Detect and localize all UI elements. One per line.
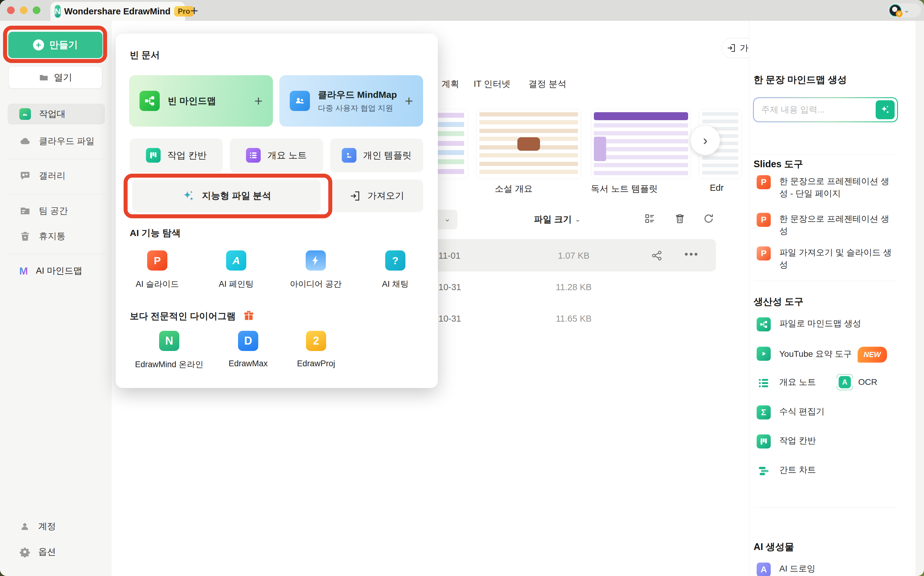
ai-feature-ai-chat[interactable]: ? AI 채팅 [366,250,424,290]
open-button[interactable]: 열기 [8,66,103,89]
sidebar-item-ai-mindmap[interactable]: M AI 마인드맵 [8,261,105,281]
template-card[interactable] [476,109,581,179]
blank-mindmap-icon [140,91,160,111]
personal-template-label: 개인 템플릿 [363,149,412,162]
chevron-down-icon: ⌄ [575,216,581,224]
presentation-generate-icon: P [757,213,771,227]
ai-feature-ai-painting[interactable]: A AI 페인팅 [207,250,265,290]
divider [754,507,897,508]
cloud-mindmap-title: 클라우드 MindMap [318,90,397,100]
chevron-down-icon: ⌄ [444,214,451,224]
open-button-label: 열기 [54,71,72,84]
app-title: Wondershare EdrawMind [64,6,171,16]
sidebar-item-workbench[interactable]: 작업대 [8,104,105,125]
personal-template-card[interactable]: 개인 템플릿 [330,139,423,172]
slides-tool-item[interactable]: P 한 문장으로 프레젠테이션 생성 - 단일 페이지 [757,175,895,200]
refresh-icon[interactable] [703,213,714,224]
topic-input-wrapper [753,97,898,122]
list-view-icon[interactable] [644,213,656,224]
plus-icon: + [254,93,263,109]
team-space-icon [19,205,31,217]
ai-creations-title: AI 생성물 [754,541,794,554]
divider [8,194,105,194]
sidebar-item-account[interactable]: 계정 [8,516,105,537]
ai-feature-idea-space[interactable]: 아이디어 공간 [287,250,345,290]
productivity-label: 간트 차트 [779,464,816,476]
formula-editor-icon: Σ [757,405,771,419]
outline-note-icon [757,376,771,390]
slides-tool-item[interactable]: P 한 문장으로 프레젠테이션 생성 [757,213,895,237]
blank-mindmap-card[interactable]: 빈 마인드맵 + [129,75,273,126]
task-kanban-card[interactable]: 작업 칸반 [130,139,223,172]
productivity-label: 파일로 마인드맵 생성 [779,317,861,330]
share-icon[interactable] [651,250,663,262]
next-templates-button[interactable]: › [691,126,720,155]
close-window-button[interactable] [7,6,15,14]
sidebar-item-label: AI 마인드맵 [36,265,82,277]
presentation-single-page-icon: P [757,175,771,189]
ai-features-section-title: AI 기능 탐색 [130,227,181,239]
delete-icon[interactable] [674,213,686,224]
ai-feature-label: 아이디어 공간 [290,278,342,290]
titlebar: N Wondershare EdrawMind Pro + V ⌄ [0,0,924,21]
ai-sparkle-icon [182,189,195,203]
minimize-window-button[interactable] [20,6,27,14]
ai-feature-ai-slides[interactable]: P AI 슬라이드 [128,250,186,290]
category-tab-it-internet[interactable]: IT 인터넷 [474,78,510,90]
productivity-item[interactable]: YouTube 요약 도구NEW [757,347,887,363]
sidebar-item-cloud-files[interactable]: 클라우드 파일 [8,131,105,152]
new-tab-button[interactable]: + [190,2,198,19]
template-label: 독서 노트 템플릿 [591,183,658,195]
create-button[interactable]: + 만들기 [8,32,103,58]
sparkle-icon [880,104,891,115]
template-card[interactable] [591,109,691,179]
productivity-item[interactable]: 작업 칸반 [757,434,816,448]
file-date: 11-01 [438,251,460,261]
topic-input[interactable] [760,104,876,115]
ai-creation-item[interactable]: A AI 드로잉 [757,563,815,576]
personal-template-icon [342,148,356,163]
app-tab[interactable]: N Wondershare EdrawMind Pro [50,2,185,21]
file-size: 11.65 KB [540,314,607,324]
edrawmax-icon: D [238,331,258,351]
template-thumbnail [480,112,578,176]
sidebar-item-trash[interactable]: 휴지통 [8,226,105,247]
slides-tool-item[interactable]: P 파일 가져오기 및 슬라이드 생성 [757,246,895,271]
productivity-item[interactable]: 간트 차트 [757,464,816,478]
edrawproj-item[interactable]: 2 EdrawProj [287,331,345,368]
productivity-item[interactable]: 파일로 마인드맵 생성 [757,317,861,331]
outline-note-card[interactable]: 개요 노트 [230,139,323,172]
generate-button[interactable] [876,100,895,119]
more-icon[interactable]: ••• [685,248,699,260]
sort-by-file-size[interactable]: 파일 크기 ⌄ [534,213,581,226]
sidebar-item-team-space[interactable]: 팀 공간 [8,200,105,221]
file-size: 11.28 KB [540,282,607,292]
task-kanban-label: 작업 칸반 [167,149,207,162]
divider [8,254,105,254]
scrollbar-track[interactable] [916,21,924,576]
account-menu[interactable]: V ⌄ [888,3,921,18]
cloud-mindmap-card[interactable]: 클라우드 MindMap 다중 사용자 협업 지원 + [279,75,423,126]
import-icon [349,190,361,202]
productivity-item[interactable]: Σ 수식 편집기 [757,405,825,419]
smart-file-analysis-card[interactable]: 지능형 파일 분석 [132,179,321,212]
sidebar-item-label: 휴지통 [39,230,66,242]
category-tab-decision[interactable]: 결정 분석 [528,78,566,90]
sort-label: 파일 크기 [534,213,572,226]
edrawmax-item[interactable]: D EdrawMax [219,331,277,368]
sidebar-item-gallery[interactable]: 갤러리 [8,165,105,186]
productivity-item[interactable]: 개요 노트 [757,376,816,390]
chevron-down-icon: ⌄ [904,6,909,14]
divider [754,281,897,281]
productivity-item-ocr[interactable]: A OCR [839,376,877,388]
edrawmind-online-item[interactable]: N EdrawMind 온라인 [140,331,198,370]
maximize-window-button[interactable] [33,6,40,14]
import-card[interactable]: 가져오기 [330,179,423,212]
person-icon [19,521,30,532]
category-tab-plan[interactable]: 계획 [441,78,459,90]
import-file-slides-icon: P [757,246,771,261]
folder-icon [38,72,49,83]
sidebar-item-label: 갤러리 [39,170,66,182]
divider [8,159,105,159]
sidebar-item-options[interactable]: 옵션 [8,541,105,562]
